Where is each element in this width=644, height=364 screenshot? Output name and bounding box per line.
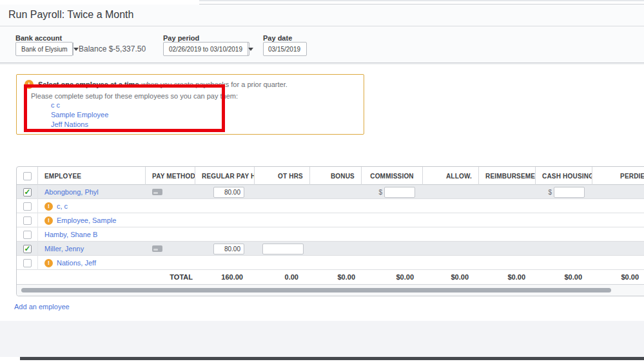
ot-hours-cell: [255, 185, 310, 199]
payroll-table: EMPLOYEEPAY METHODREGULAR PAY HR...OT HR…: [16, 166, 644, 296]
paycheck-icon: [152, 189, 162, 195]
row-checkbox[interactable]: [23, 202, 32, 211]
allowance-cell: [423, 185, 479, 199]
row-checkbox[interactable]: [23, 188, 32, 196]
employee-name-link[interactable]: Abongbong, Phyl: [44, 188, 99, 196]
employee-row: !Employee, Sample: [17, 213, 644, 227]
ot-hours-cell: [255, 256, 310, 270]
employee-row: !Nations, Jeff: [17, 256, 644, 270]
cash-housing-cell: [536, 256, 592, 270]
setup-employee-link[interactable]: Sample Employee: [51, 111, 108, 119]
ot-hours-cell: [255, 199, 310, 213]
bonus-cell: [310, 256, 362, 270]
cash-housing-cell: [536, 213, 592, 227]
currency-prefix: $: [378, 189, 382, 196]
allowance-cell: [423, 213, 479, 227]
regular-hours-cell: [195, 185, 255, 199]
pay-period-select[interactable]: 02/26/2019 to 03/10/2019: [163, 42, 249, 56]
table-cell: $: [536, 185, 592, 199]
employee-name-link[interactable]: Employee, Sample: [57, 216, 116, 224]
add-employee-link[interactable]: Add an employee: [14, 303, 70, 311]
row-checkbox[interactable]: [23, 259, 32, 267]
setup-employee-link[interactable]: Jeff Nations: [51, 120, 108, 128]
pay-method-cell: [146, 185, 195, 199]
paycheck-icon: [152, 245, 162, 252]
cash-housing-cell: [536, 242, 592, 256]
bottom-action-bar-edge: [20, 357, 644, 360]
regular-hours-input[interactable]: [213, 187, 244, 198]
employee-row: Abongbong, Phyl$$: [17, 185, 644, 199]
select-all-checkbox[interactable]: [23, 172, 32, 180]
employee-name-link[interactable]: Miller, Jenny: [44, 245, 84, 253]
setup-employee-link[interactable]: c c: [51, 101, 108, 109]
col-header-regular-pay-hr: REGULAR PAY HR...: [195, 167, 255, 185]
pay-period-label: Pay period: [163, 34, 199, 42]
employee-cell: Hamby, Shane B: [38, 227, 146, 242]
reimbursement-cell: [479, 256, 536, 270]
employee-row: Miller, Jenny: [17, 242, 644, 256]
regular-hours-cell: [195, 256, 255, 270]
employee-cell: !c, c: [38, 199, 146, 213]
ot-hours-cell: [255, 213, 310, 227]
col-header-bonus: BONUS: [310, 167, 362, 185]
ot-hours-cell: [255, 227, 310, 242]
col-header-commission: COMMISSION: [362, 167, 423, 185]
col-header-employee: EMPLOYEE: [38, 167, 146, 185]
warning-icon: !: [44, 259, 53, 267]
commission-cell: [362, 256, 423, 270]
pay-period-value: 02/26/2019 to 03/10/2019: [164, 43, 248, 55]
warning-icon: !: [44, 216, 53, 225]
row-checkbox-cell: [17, 199, 38, 213]
chevron-down-icon[interactable]: [248, 43, 253, 55]
pay-date-input[interactable]: [263, 42, 307, 56]
row-checkbox[interactable]: [23, 245, 32, 253]
chevron-down-icon[interactable]: [73, 43, 79, 55]
bank-account-select[interactable]: Bank of Elysium: [15, 42, 73, 56]
cash-housing-input[interactable]: [554, 187, 585, 198]
row-checkbox-cell: [17, 227, 38, 242]
employee-cell: Abongbong, Phyl: [38, 185, 146, 199]
pay-method-cell: [146, 199, 195, 213]
pay-method-cell: [146, 213, 195, 227]
employee-row: !c, c: [17, 199, 644, 213]
total-cash-housing: $0.00: [536, 270, 592, 284]
col-header-ot-hrs: OT HRS: [255, 167, 310, 185]
total-regular-hours: 160.00: [195, 270, 255, 284]
total-allowance: $0.00: [423, 270, 479, 284]
employee-cell: !Employee, Sample: [38, 213, 146, 227]
perdiem-cell: [592, 213, 644, 227]
employee-name-link[interactable]: c, c: [57, 202, 68, 210]
table-cell: $: [362, 185, 423, 199]
table-body: Abongbong, Phyl$$!c, c!Employee, SampleH…: [17, 185, 644, 270]
alert-employee-links: c cSample EmployeeJeff Nations: [51, 101, 108, 128]
commission-cell: [362, 213, 423, 227]
perdiem-cell: [592, 199, 644, 213]
scrollbar-thumb[interactable]: [21, 288, 611, 292]
total-perdiem: $0.00: [592, 270, 644, 284]
allowance-cell: [423, 227, 479, 242]
row-checkbox[interactable]: [23, 231, 32, 239]
row-checkbox-cell: [17, 185, 38, 199]
row-checkbox-cell: [17, 242, 38, 256]
allowance-cell: [423, 256, 479, 270]
employee-name-link[interactable]: Hamby, Shane B: [44, 231, 97, 238]
col-header-pay-method: PAY METHOD: [146, 167, 195, 185]
reimbursement-cell: [479, 199, 536, 213]
bonus-cell: [310, 227, 362, 242]
divider: [0, 26, 644, 26]
regular-hours-input[interactable]: [213, 244, 244, 254]
employee-name-link[interactable]: Nations, Jeff: [57, 259, 96, 267]
employee-cell: Miller, Jenny: [38, 242, 146, 256]
reimbursement-cell: [479, 242, 536, 256]
commission-input[interactable]: [384, 187, 415, 198]
row-checkbox[interactable]: [23, 216, 32, 225]
pay-method-cell: [146, 227, 195, 242]
ot-hours-input[interactable]: [262, 244, 304, 254]
select-all-header-cell: [17, 167, 38, 185]
bank-account-value: Bank of Elysium: [16, 43, 73, 55]
col-header-cash-housing: CASH HOUSING: [536, 167, 592, 185]
bonus-cell: [310, 213, 362, 227]
commission-cell: [362, 227, 423, 242]
pay-date-label: Pay date: [263, 34, 292, 42]
bonus-cell: [310, 199, 362, 213]
